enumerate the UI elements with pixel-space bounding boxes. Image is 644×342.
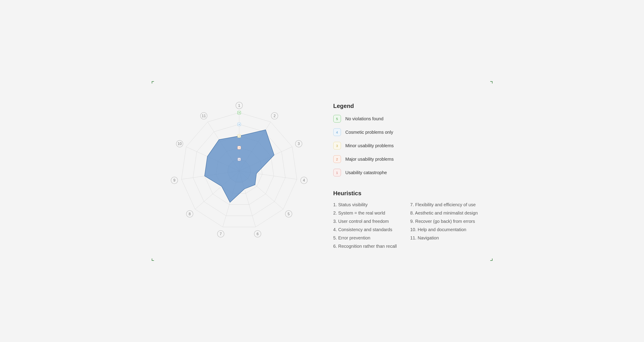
heuristic-item: 3. User control and freedom xyxy=(333,219,397,224)
svg-text:9: 9 xyxy=(173,179,175,182)
legend-badge: 5 xyxy=(333,115,341,122)
heuristic-item: 5. Error prevention xyxy=(333,235,397,241)
heuristics-col-2: 7. Flexibility and efficiency of use8. A… xyxy=(410,202,478,249)
heuristic-item: 11. Navigation xyxy=(410,235,478,241)
heuristics-col-1: 1. Status visibility2. System = the real… xyxy=(333,202,397,249)
heuristic-item: 7. Flexibility and efficiency of use xyxy=(410,202,478,207)
legend-title: Legend xyxy=(333,103,479,109)
legend-label: No violations found xyxy=(346,116,384,121)
legend-list: 5No violations found4Cosmetic problems o… xyxy=(333,115,479,177)
svg-text:5: 5 xyxy=(288,212,290,216)
svg-text:4: 4 xyxy=(238,123,240,125)
svg-text:4: 4 xyxy=(303,179,305,182)
svg-text:6: 6 xyxy=(256,232,258,236)
legend-label: Usability catastrophe xyxy=(346,170,387,175)
svg-text:1: 1 xyxy=(238,104,240,107)
heuristic-item: 8. Aesthetic and minimalist design xyxy=(410,211,478,216)
legend-badge: 2 xyxy=(333,155,341,163)
svg-text:11: 11 xyxy=(202,114,206,118)
radar-chart: 123451234567891011 xyxy=(152,81,326,261)
heuristic-item: 6. Recognition rather than recall xyxy=(333,244,397,249)
svg-text:3: 3 xyxy=(298,142,300,146)
heuristic-item: 10. Help and documentation xyxy=(410,227,478,232)
svg-text:3: 3 xyxy=(238,135,240,137)
svg-text:7: 7 xyxy=(220,232,222,236)
svg-text:10: 10 xyxy=(178,142,182,146)
legend-label: Major usability problems xyxy=(346,157,394,162)
legend-item-2: 2Major usability problems xyxy=(333,155,479,163)
legend-item-4: 4Cosmetic problems only xyxy=(333,128,479,136)
heuristic-item: 9. Recover (go back) from errors xyxy=(410,219,478,224)
legend-label: Cosmetic problems only xyxy=(346,130,393,135)
legend-label: Minor usability problems xyxy=(346,143,394,148)
heuristic-item: 1. Status visibility xyxy=(333,202,397,207)
svg-text:2: 2 xyxy=(274,114,276,118)
svg-text:5: 5 xyxy=(238,112,240,114)
heuristic-item: 4. Consistency and standards xyxy=(333,227,397,232)
svg-text:8: 8 xyxy=(188,212,190,216)
heuristic-item: 2. System = the real world xyxy=(333,211,397,216)
legend-item-5: 5No violations found xyxy=(333,115,479,122)
legend-item-3: 3Minor usability problems xyxy=(333,142,479,149)
legend-item-1: 1Usability catastrophe xyxy=(333,169,479,177)
heuristics-title: Heuristics xyxy=(333,190,479,197)
legend-badge: 1 xyxy=(333,169,341,177)
svg-text:1: 1 xyxy=(238,158,240,160)
svg-text:2: 2 xyxy=(238,147,240,149)
legend-badge: 3 xyxy=(333,142,341,149)
legend-badge: 4 xyxy=(333,128,341,136)
